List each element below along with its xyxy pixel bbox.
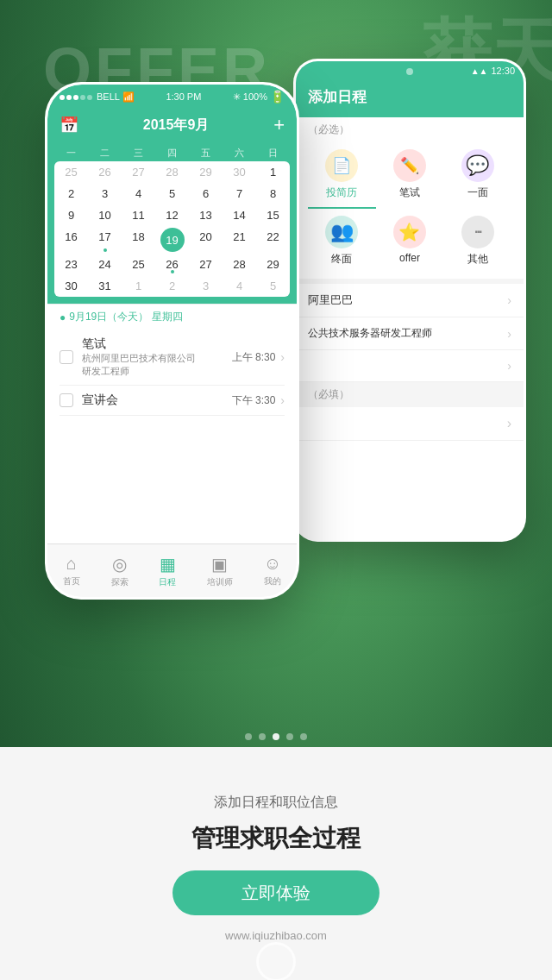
android-camera (406, 68, 413, 75)
icon-cell-other[interactable]: ··· 其他 (443, 209, 511, 273)
icon-cell-zhongmian[interactable]: 👥 终面 (308, 209, 376, 273)
nav-item-home[interactable]: ⌂ 首页 (63, 554, 80, 587)
cal-day[interactable]: 2 (155, 275, 189, 297)
other-label: 其他 (467, 252, 488, 267)
cal-day[interactable]: 30 (223, 161, 256, 183)
android-input-section: › (296, 407, 524, 441)
cal-day[interactable]: 28 (223, 254, 256, 275)
icon-cell-bishi[interactable]: ✏️ 笔试 (376, 142, 444, 209)
cal-day[interactable]: 12 (155, 204, 189, 226)
android-info-section: 阿里巴巴 › 公共技术服务器研发工程师 › › (296, 284, 524, 382)
event-subtitle2: 研发工程师 (82, 365, 232, 378)
android-time: 12:30 (491, 66, 515, 76)
cal-day[interactable]: 22 (256, 226, 290, 254)
home-icon: ⌂ (66, 554, 77, 574)
cal-day[interactable]: 2 (54, 183, 88, 204)
iphone-mockup: BELL 📶 1:30 PM ✳ 100% 🔋 📅 2015年9月 + 一 二 … (45, 82, 299, 600)
zhongmian-label: 终面 (331, 252, 352, 267)
carrier-label: BELL (97, 91, 120, 102)
add-event-button[interactable]: + (273, 114, 285, 136)
company-arrow-icon: › (507, 293, 511, 307)
cal-day[interactable]: 4 (223, 275, 256, 297)
position-row[interactable]: 公共技术服务器研发工程师 › (296, 317, 524, 350)
status-time: 1:30 PM (166, 91, 201, 102)
event-item-bishi[interactable]: 笔试 杭州阿里巴巴技术有限公司 研发工程师 上午 8:30 › (60, 330, 285, 386)
event-title: 宣讲会 (82, 393, 232, 408)
signal-dots (60, 91, 94, 102)
event-title: 笔试 (82, 336, 232, 352)
event-info: 宣讲会 (82, 393, 232, 408)
cta-button[interactable]: 立即体验 (172, 870, 380, 915)
cal-day[interactable]: 26 (88, 161, 122, 183)
cal-day[interactable]: 25 (122, 254, 155, 275)
dot-3[interactable] (273, 733, 279, 740)
cal-day[interactable]: 1 (256, 161, 290, 183)
cal-day[interactable]: 13 (189, 204, 223, 226)
cal-day[interactable]: 23 (54, 254, 88, 275)
event-time: 下午 3:30 (232, 393, 276, 408)
iphone-home-button[interactable] (256, 942, 296, 980)
cal-day[interactable]: 17 (88, 226, 122, 254)
cal-day[interactable]: 29 (256, 254, 290, 275)
android-mockup: ▲▲ 12:30 添加日程 （必选） 📄 投简历 ✏️ 笔试 � (293, 59, 526, 542)
bluetooth-icon: ✳ (233, 91, 241, 103)
cal-day[interactable]: 16 (54, 226, 88, 254)
dot-4[interactable] (286, 733, 293, 740)
nav-item-explore[interactable]: ◎ 探索 (111, 554, 129, 588)
input-arrow-icon: › (507, 416, 511, 431)
cal-day[interactable]: 7 (223, 183, 256, 204)
cal-day[interactable]: 26 (155, 254, 189, 275)
android-input-row[interactable]: › (296, 407, 524, 441)
cal-day[interactable]: 14 (223, 204, 256, 226)
extra-row[interactable]: › (296, 350, 524, 382)
bottom-subtitle: 添加日程和职位信息 (214, 794, 338, 812)
cal-day[interactable]: 20 (189, 226, 223, 254)
cal-day[interactable]: 1 (122, 275, 155, 297)
cal-day-today[interactable]: 19 (160, 228, 185, 252)
battery-label: 100% (243, 91, 267, 102)
dot-5[interactable] (300, 733, 307, 740)
icon-cell-yimian[interactable]: 💬 一面 (443, 142, 511, 209)
nav-item-calendar[interactable]: ▦ 日程 (159, 554, 176, 588)
offer-label: offer (399, 252, 420, 264)
nav-item-mine[interactable]: ☺ 我的 (264, 554, 281, 587)
cal-day[interactable]: 5 (155, 183, 189, 204)
cal-day[interactable]: 6 (189, 183, 223, 204)
cal-day[interactable]: 27 (189, 254, 223, 275)
cal-day[interactable]: 4 (122, 183, 155, 204)
cal-day[interactable]: 18 (122, 226, 155, 254)
cal-day[interactable]: 8 (256, 183, 290, 204)
cal-day[interactable]: 3 (88, 183, 122, 204)
cal-day[interactable]: 30 (54, 275, 88, 297)
calendar-month-title[interactable]: 2015年9月 (143, 116, 210, 135)
cal-day[interactable]: 29 (189, 161, 223, 183)
nav-item-trainer[interactable]: ▣ 培训师 (207, 554, 233, 588)
event-item-xuanjianghui[interactable]: 宣讲会 下午 3:30 › (60, 386, 285, 416)
today-section: ● 9月19日（今天） 星期四 笔试 杭州阿里巴巴技术有限公司 研发工程师 上午… (47, 304, 297, 421)
cal-day[interactable]: 11 (122, 204, 155, 226)
calendar-header: 📅 2015年9月 + (47, 109, 297, 145)
mine-icon: ☺ (264, 554, 281, 574)
cal-day[interactable]: 3 (189, 275, 223, 297)
cal-day[interactable]: 28 (155, 161, 189, 183)
cal-day[interactable]: 21 (223, 226, 256, 254)
dot-2[interactable] (259, 733, 266, 740)
cal-day[interactable]: 24 (88, 254, 122, 275)
cal-day[interactable]: 10 (88, 204, 122, 226)
icon-cell-toujianlv[interactable]: 📄 投简历 (308, 142, 376, 209)
icon-cell-offer[interactable]: ⭐ offer (376, 209, 444, 273)
cal-day[interactable]: 27 (122, 161, 155, 183)
event-checkbox[interactable] (60, 393, 73, 407)
dot-1[interactable] (245, 733, 252, 740)
battery-icon: 🔋 (270, 90, 285, 104)
cal-day[interactable]: 25 (54, 161, 88, 183)
cal-day[interactable]: 31 (88, 275, 122, 297)
nav-calendar-label: 日程 (159, 576, 176, 588)
bishi-icon: ✏️ (393, 149, 426, 182)
company-row[interactable]: 阿里巴巴 › (296, 284, 524, 317)
cal-day[interactable]: 15 (256, 204, 290, 226)
cal-day[interactable]: 9 (54, 204, 88, 226)
event-checkbox[interactable] (60, 350, 73, 364)
cal-day[interactable]: 5 (256, 275, 290, 297)
nav-mine-label: 我的 (264, 575, 281, 587)
